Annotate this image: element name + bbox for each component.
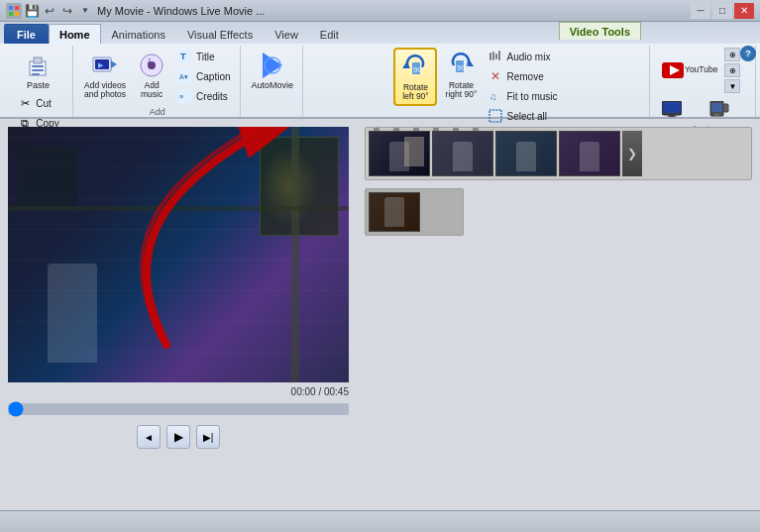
add-videos-button[interactable]: ▶ Add videos and photos [81, 48, 129, 102]
editing-buttons: 90° Rotate left 90° 90° Rotate [393, 48, 560, 125]
automovie-group: AutoMovie [243, 46, 304, 117]
time-display: 00:00 / 00:45 [8, 386, 349, 397]
title-button[interactable]: T Title [174, 48, 233, 65]
svg-rect-40 [663, 102, 681, 113]
scene-figure [48, 264, 97, 363]
svg-rect-3 [15, 12, 19, 16]
svg-rect-5 [34, 57, 42, 63]
svg-rect-33 [495, 53, 497, 59]
playback-controls: ◄ ▶ ▶| [8, 425, 349, 449]
fit-to-music-icon: ♫ [488, 88, 503, 104]
film-frame-small-1[interactable] [369, 192, 420, 232]
audio-mix-button[interactable]: Audio mix [485, 48, 560, 65]
select-all-icon [488, 108, 503, 124]
film-frame-2[interactable] [432, 131, 493, 176]
svg-rect-45 [714, 114, 719, 116]
quick-access-redo[interactable]: ↪ [59, 3, 75, 19]
caption-icon: A▾ [177, 68, 193, 84]
svg-rect-0 [9, 6, 13, 10]
maximize-button[interactable]: □ [712, 3, 732, 19]
rotate-right-button[interactable]: 90° Rotate right 90° [439, 48, 483, 102]
tab-visual-effects[interactable]: Visual Effects [176, 24, 264, 44]
film-frame-4[interactable] [559, 131, 620, 176]
device-button[interactable] [706, 95, 749, 123]
svg-text:T: T [180, 52, 186, 61]
svg-rect-2 [9, 12, 13, 16]
sharing-buttons: YouTube ⊕ ⊕ ▼ [658, 48, 749, 123]
ribbon: File Home Animations Visual Effects View… [0, 22, 760, 119]
credits-icon: ≡ [177, 88, 193, 104]
forward-button[interactable]: ▶| [196, 425, 220, 449]
clipboard-group: Paste ✂ Cut ⧉ Copy Clipboard [4, 46, 73, 117]
remove-button[interactable]: ✕ Remove [485, 67, 560, 85]
device-icon [708, 100, 730, 118]
quick-access-dropdown[interactable]: ▼ [77, 3, 93, 19]
quick-access-save[interactable]: 💾 [24, 3, 40, 19]
svg-rect-44 [711, 103, 722, 112]
svg-text:♫: ♫ [489, 91, 497, 102]
tab-edit[interactable]: Edit [309, 24, 350, 44]
fit-to-music-button[interactable]: ♫ Fit to music [485, 87, 560, 105]
minimize-button[interactable]: ─ [691, 3, 710, 19]
video-tools-tab[interactable]: Video Tools [559, 22, 641, 40]
svg-rect-46 [723, 104, 728, 112]
editing-group: 90° Rotate left 90° 90° Rotate [305, 46, 650, 117]
title-bar-icons: 💾 ↩ ↪ ▼ [6, 3, 93, 19]
video-preview: 00:00 / 00:45 ◄ ▶ ▶| [0, 119, 357, 510]
svg-rect-31 [489, 53, 491, 60]
tab-home[interactable]: Home [49, 24, 101, 44]
credits-button[interactable]: ≡ Credits [174, 87, 233, 105]
add-music-icon: ♪ [136, 50, 167, 81]
tab-file[interactable]: File [4, 24, 49, 44]
tv-icon [661, 100, 683, 118]
cut-button[interactable]: ✂ Cut [14, 95, 61, 113]
sharing-more-btn1[interactable]: ⊕ [724, 48, 740, 61]
video-frame [8, 127, 349, 382]
sharing-more-btn2[interactable]: ⊕ [724, 63, 740, 77]
film-frame-1[interactable] [369, 131, 430, 176]
window-title: My Movie - Windows Live Movie ... [97, 5, 265, 17]
play-button[interactable]: ▶ [166, 425, 190, 449]
rewind-button[interactable]: ◄ [137, 425, 161, 449]
main-content: 00:00 / 00:45 ◄ ▶ ▶| [0, 119, 760, 510]
paste-icon [22, 50, 54, 81]
add-group: ▶ Add videos and photos ♪ Add music [75, 46, 241, 117]
close-button[interactable]: ✕ [734, 3, 754, 19]
clipboard-buttons: Paste ✂ Cut ⧉ Copy [14, 48, 61, 133]
sharing-scroll-down[interactable]: ▼ [724, 79, 740, 93]
automovie-button[interactable]: AutoMovie [249, 48, 297, 93]
scene-element-1 [260, 137, 339, 236]
audio-mix-icon [488, 49, 503, 64]
caption-button[interactable]: A▾ Caption [174, 67, 233, 85]
youtube-button[interactable]: YouTube [658, 58, 720, 82]
film-frame-3[interactable] [495, 131, 557, 176]
pipe-1 [291, 127, 299, 382]
svg-rect-32 [492, 52, 494, 60]
title-bar-controls: ─ □ ✕ [691, 3, 754, 19]
ribbon-help-button[interactable]: ? [740, 46, 756, 61]
tv-button[interactable] [658, 95, 702, 123]
svg-rect-1 [15, 6, 19, 10]
app-icon [6, 3, 22, 19]
rotate-left-button[interactable]: 90° Rotate left 90° [393, 48, 437, 106]
add-music-button[interactable]: ♪ Add music [133, 48, 170, 102]
svg-text:A▾: A▾ [179, 73, 188, 80]
svg-text:♪: ♪ [147, 54, 152, 65]
youtube-icon [661, 60, 685, 80]
svg-text:90°: 90° [457, 63, 469, 72]
rotate-left-icon: 90° [399, 52, 431, 83]
paste-button[interactable]: Paste [17, 48, 58, 93]
tab-animations[interactable]: Animations [101, 24, 176, 44]
add-videos-icon: ▶ [89, 50, 121, 81]
ribbon-tabs: File Home Animations Visual Effects View… [0, 22, 760, 44]
select-all-button[interactable]: Select all [485, 107, 560, 125]
quick-access-undo[interactable]: ↩ [42, 3, 57, 19]
scene-element-2 [18, 147, 77, 206]
filmstrip-next-button[interactable]: ❯ [622, 131, 642, 176]
tab-view[interactable]: View [264, 24, 309, 44]
title-bar: 💾 ↩ ↪ ▼ My Movie - Windows Live Movie ..… [0, 0, 760, 22]
add-buttons: ▶ Add videos and photos ♪ Add music [81, 48, 234, 105]
video-scrubber[interactable] [8, 403, 349, 415]
svg-rect-8 [32, 73, 40, 75]
title-bar-left: 💾 ↩ ↪ ▼ My Movie - Windows Live Movie ..… [6, 3, 265, 19]
